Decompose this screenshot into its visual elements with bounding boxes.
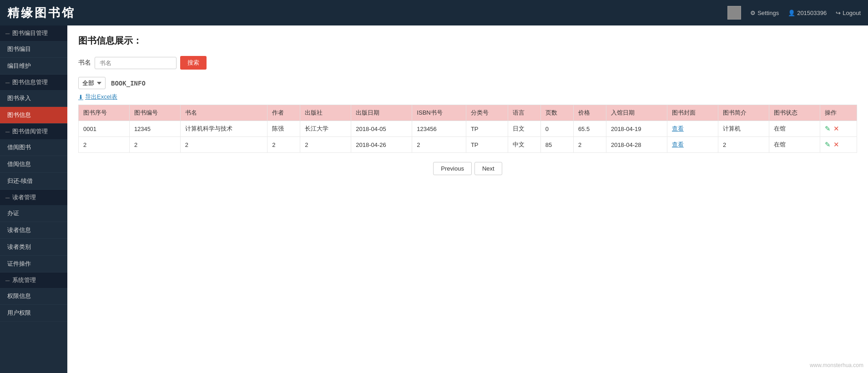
table-toolbar: 全部文学科技历史 BOOK_INFO (78, 77, 857, 89)
sidebar-item-reader-info[interactable]: 读者信息 (0, 222, 67, 239)
sidebar-item-catalog-maintain[interactable]: 编目维护 (0, 58, 67, 75)
col-header-出版日期: 出版日期 (351, 105, 412, 121)
sidebar: 图书编目管理图书编目编目维护 图书信息管理图书录入图书信息 图书借阅管理借阅图书… (0, 25, 67, 373)
col-header-分类号: 分类号 (466, 105, 508, 121)
col-header-入馆日期: 入馆日期 (606, 105, 667, 121)
sidebar-item-book-info[interactable]: 图书信息 (0, 107, 67, 124)
cover-link[interactable]: 查看 (672, 141, 684, 148)
search-button[interactable]: 搜索 (180, 56, 207, 70)
sidebar-group-图书借阅管理: 图书借阅管理 (0, 124, 67, 139)
col-header-图书序号: 图书序号 (79, 105, 130, 121)
col-header-ISBN书号: ISBN书号 (412, 105, 466, 121)
header-image (727, 6, 741, 20)
page-title: 图书信息展示： (78, 35, 857, 47)
user-link[interactable]: 👤 201503396 (788, 10, 827, 16)
sidebar-group-系统管理: 系统管理 (0, 272, 67, 288)
col-header-图书状态: 图书状态 (769, 105, 820, 121)
previous-button[interactable]: Previous (433, 162, 472, 175)
sidebar-item-borrow-book[interactable]: 借阅图书 (0, 139, 67, 156)
cover-link[interactable]: 查看 (672, 125, 684, 132)
col-header-操作: 操作 (820, 105, 857, 121)
col-header-价格: 价格 (573, 105, 606, 121)
sidebar-item-borrow-info[interactable]: 借阅信息 (0, 156, 67, 173)
logout-link[interactable]: ↪ Logout (836, 10, 861, 16)
sidebar-item-user-perm[interactable]: 用户权限 (0, 305, 67, 322)
sidebar-group-图书信息管理: 图书信息管理 (0, 75, 67, 90)
app-logo: 精缘图书馆 (7, 5, 76, 21)
user-icon: 👤 (788, 10, 795, 16)
next-button[interactable]: Next (474, 162, 502, 175)
col-header-图书编号: 图书编号 (129, 105, 180, 121)
sidebar-item-cert-op[interactable]: 证件操作 (0, 256, 67, 272)
book-table-container: 图书序号图书编号书名作者出版社出版日期ISBN书号分类号语言页数价格入馆日期图书… (78, 105, 857, 153)
col-header-作者: 作者 (267, 105, 300, 121)
logout-icon: ↪ (836, 10, 841, 16)
sidebar-item-reader-type[interactable]: 读者类别 (0, 239, 67, 256)
sidebar-item-perm-info[interactable]: 权限信息 (0, 288, 67, 305)
delete-icon[interactable]: ✕ (833, 125, 839, 133)
settings-link[interactable]: ⚙ Settings (750, 10, 779, 16)
delete-icon[interactable]: ✕ (833, 141, 839, 149)
col-header-图书封面: 图书封面 (667, 105, 718, 121)
app-header: 精缘图书馆 ⚙ Settings 👤 201503396 ↪ Logout (0, 0, 868, 25)
sidebar-item-catalog[interactable]: 图书编目 (0, 41, 67, 58)
header-actions: ⚙ Settings 👤 201503396 ↪ Logout (727, 6, 861, 20)
search-input[interactable] (95, 57, 177, 69)
book-table: 图书序号图书编号书名作者出版社出版日期ISBN书号分类号语言页数价格入馆日期图书… (78, 105, 857, 153)
col-header-页数: 页数 (540, 105, 573, 121)
category-select[interactable]: 全部文学科技历史 (78, 77, 106, 89)
pagination: Previous Next (78, 162, 857, 175)
gear-icon: ⚙ (750, 10, 756, 16)
sidebar-group-图书编目管理: 图书编目管理 (0, 25, 67, 41)
col-header-书名: 书名 (180, 105, 267, 121)
table-row: 222222018-04-262TP中文8522018-04-28查看2在馆✎✕ (79, 137, 857, 153)
table-name-badge: BOOK_INFO (111, 80, 146, 87)
main-layout: 图书编目管理图书编目编目维护 图书信息管理图书录入图书信息 图书借阅管理借阅图书… (0, 25, 868, 373)
col-header-出版社: 出版社 (300, 105, 351, 121)
col-header-语言: 语言 (508, 105, 540, 121)
export-excel-button[interactable]: ⬇ 导出Excel表 (78, 93, 117, 101)
edit-icon[interactable]: ✎ (825, 141, 831, 149)
search-bar: 书名 搜索 (78, 56, 857, 70)
edit-icon[interactable]: ✎ (825, 125, 831, 133)
main-content: 图书信息展示： 书名 搜索 全部文学科技历史 BOOK_INFO ⬇ 导出Exc… (67, 25, 868, 373)
download-icon: ⬇ (78, 94, 83, 101)
sidebar-item-reader-cert[interactable]: 办证 (0, 205, 67, 222)
sidebar-group-读者管理: 读者管理 (0, 190, 67, 205)
table-row: 000112345计算机科学与技术陈强长江大学2018-04-05123456T… (79, 121, 857, 137)
sidebar-item-book-entry[interactable]: 图书录入 (0, 90, 67, 107)
search-label: 书名 (78, 59, 91, 67)
sidebar-item-return-book[interactable]: 归还-续借 (0, 173, 67, 190)
col-header-图书简介: 图书简介 (718, 105, 769, 121)
